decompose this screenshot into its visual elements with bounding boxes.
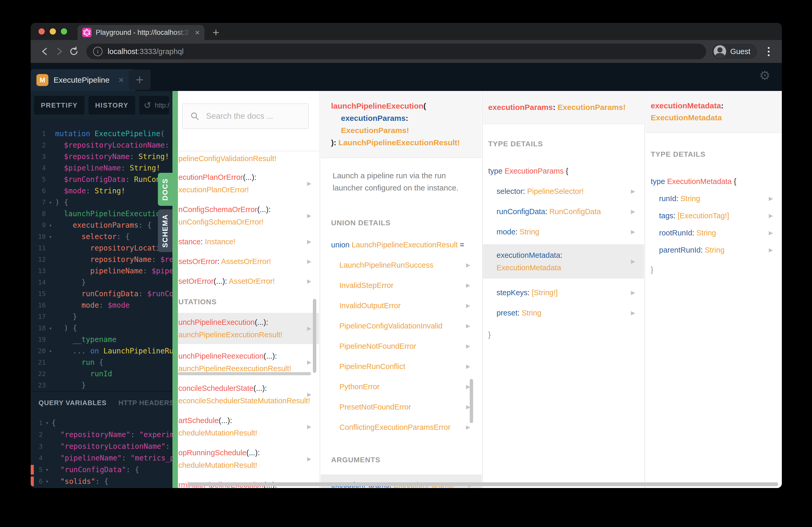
code-text: executionParams: { — [55, 220, 151, 231]
forward-icon[interactable] — [52, 44, 67, 59]
playground-tab-executepipeline[interactable]: M ExecutePipeline × — [31, 69, 135, 91]
browser-tab[interactable]: Playground - http://localhost:3 × — [77, 25, 204, 40]
doc-row[interactable]: opRunningSchedule(...):cheduleMutationRe… — [178, 445, 319, 473]
doc-row[interactable]: unchPipelineExecution(...):aunchPipeline… — [178, 313, 319, 344]
browser-menu-icon[interactable] — [762, 47, 775, 56]
prettify-button[interactable]: PRETTIFY — [34, 96, 85, 115]
type-field-row[interactable]: selector: PipelineSelector!▶ — [483, 185, 644, 197]
type-field-row[interactable]: executionMetadata:ExecutionMetadata▶ — [483, 244, 644, 278]
endpoint-reload-icon[interactable]: ↺ — [144, 100, 151, 110]
url-bar[interactable]: i localhost:3333/graphql — [86, 44, 706, 59]
tab-title: Playground - http://localhost:3 — [96, 29, 191, 36]
tab-close-icon[interactable]: × — [195, 28, 200, 36]
fold-caret-icon[interactable]: ▾ — [46, 322, 55, 334]
code-token — [103, 301, 108, 310]
union-member-row[interactable]: PipelineNotFoundError▶ — [321, 340, 482, 352]
col1-horizontal-scrollbar[interactable] — [178, 372, 311, 375]
settings-gear-icon[interactable]: ⚙ — [759, 68, 770, 82]
back-icon[interactable] — [38, 44, 52, 59]
fold-caret-icon[interactable]: ▾ — [46, 220, 55, 231]
editor-line: 19 __typename — [31, 334, 172, 345]
fold-caret-icon[interactable]: ▾ — [43, 476, 52, 487]
type-field-row[interactable]: runId: String▶ — [646, 192, 782, 205]
code-token: (...): — [243, 173, 257, 181]
type-field-row[interactable]: rootRunId: String▶ — [646, 227, 782, 239]
doc-row[interactable]: nConfigSchemaOrError(...):unConfigSchema… — [178, 202, 319, 230]
doc-header-line: ExecutionParams! — [331, 124, 477, 136]
tab-http-headers[interactable]: HTTP HEADERS — [119, 399, 172, 407]
code-token: : — [139, 289, 143, 298]
code-token: ExecutionParams — [505, 167, 564, 175]
tab-query-variables[interactable]: QUERY VARIABLES — [39, 399, 107, 407]
docs-panel-edge[interactable] — [172, 91, 178, 488]
code-token: { — [564, 167, 568, 175]
type-field-row[interactable]: tags: [ExecutionTag!]▶ — [646, 209, 782, 222]
doc-row[interactable]: ecutionPlanOrError(...):xecutionPlanOrEr… — [178, 169, 319, 197]
query-editor[interactable]: 1mutation ExecutePipeline(2 $repositoryL… — [31, 128, 172, 391]
union-member-row[interactable]: LaunchPipelineRunSuccess▶ — [321, 259, 482, 271]
code-token — [121, 232, 125, 241]
code-token: String! — [139, 152, 169, 161]
fold-caret-icon[interactable]: ▾ — [43, 464, 52, 476]
minimize-window-button[interactable] — [50, 28, 56, 34]
fold-caret-icon[interactable]: ▾ — [46, 345, 55, 357]
profile-button[interactable]: Guest — [711, 43, 758, 60]
new-playground-tab-button[interactable]: + — [129, 70, 150, 90]
fold-caret-icon[interactable]: ▾ — [46, 197, 55, 208]
code-token: "metrics_pipeline" — [130, 454, 172, 462]
union-member-row[interactable]: ConflictingExecutionParamsError▶ — [321, 421, 482, 434]
fold-caret-icon[interactable]: ▾ — [43, 417, 52, 429]
variables-editor[interactable]: 1▾{2 "repositoryName": "experimental3 "r… — [31, 417, 172, 488]
union-member-row[interactable]: PipelineConfigValidationInvalid▶ — [321, 320, 482, 332]
type-field-row[interactable]: parentRunId: String▶ — [646, 244, 782, 256]
fold-caret-icon[interactable]: ▾ — [46, 231, 55, 242]
type-field-row[interactable]: preset: String▶ — [483, 307, 644, 319]
code-token: $runConfigData — [64, 175, 125, 184]
gutter-spacer — [46, 185, 55, 197]
site-info-icon[interactable]: i — [93, 47, 102, 56]
doc-row-partial[interactable]: pelineConfigValidationResult! — [178, 154, 319, 165]
code-token: : — [676, 194, 680, 203]
code-token: "experimental — [139, 430, 172, 439]
docs-horizontal-scrollbar[interactable] — [187, 482, 778, 486]
col1-vertical-scrollbar[interactable] — [313, 299, 316, 373]
code-token — [95, 358, 99, 367]
doc-row[interactable]: stance: Instance!▶ — [178, 234, 319, 250]
doc-row[interactable]: artSchedule(...):cheduleMutationResult!▶ — [178, 413, 319, 441]
endpoint-input[interactable]: ↺ http://loc — [139, 96, 169, 115]
doc-row[interactable]: setOrError(...): AssetOrError!▶ — [178, 273, 319, 289]
col2-vertical-scrollbar[interactable] — [470, 379, 473, 423]
doc-row[interactable]: concileSchedulerState(...):econcileSched… — [178, 380, 319, 408]
maximize-window-button[interactable] — [61, 28, 67, 34]
code-token — [90, 130, 95, 138]
playground-tab-close-icon[interactable]: × — [118, 75, 124, 86]
close-window-button[interactable] — [39, 28, 45, 34]
docs-search-input[interactable]: Search the docs ... — [182, 103, 309, 129]
gutter-spacer — [46, 368, 55, 380]
union-member-row[interactable]: PresetNotFoundError▶ — [321, 401, 482, 413]
line-number: 3 — [31, 440, 43, 452]
union-member-row[interactable]: InvalidStepError▶ — [321, 279, 482, 291]
docs-side-tab[interactable]: DOCS — [158, 173, 172, 206]
fold-caret-icon[interactable]: ▾ — [43, 487, 52, 488]
code-text: run { — [55, 357, 103, 368]
new-tab-button[interactable]: + — [208, 25, 224, 40]
union-member-row[interactable]: InvalidOutputError▶ — [321, 299, 482, 312]
code-token: : — [516, 228, 520, 236]
gutter-spacer — [46, 288, 55, 300]
schema-side-tab[interactable]: SCHEMA — [158, 209, 172, 252]
union-member-row[interactable]: PipelineRunConflict▶ — [321, 360, 482, 373]
union-member-row[interactable]: PythonError▶ — [321, 380, 482, 393]
history-button[interactable]: HISTORY — [88, 96, 135, 115]
reload-icon[interactable] — [67, 44, 81, 59]
editor-line: 18▾ ) { — [31, 322, 172, 334]
code-token: stepKeys — [496, 288, 527, 297]
code-token: ) { — [64, 324, 77, 332]
variables-line: 6▾ "solids": { — [31, 476, 172, 487]
code-token: : — [125, 175, 130, 184]
type-field-row[interactable]: runConfigData: RunConfigData▶ — [483, 205, 644, 218]
type-field-row[interactable]: stepKeys: [String!]▶ — [483, 286, 644, 299]
doc-field-header: executionParams: ExecutionParams! — [483, 91, 644, 124]
doc-row[interactable]: setsOrError: AssetsOrError!▶ — [178, 254, 319, 269]
type-field-row[interactable]: mode: String▶ — [483, 226, 644, 238]
